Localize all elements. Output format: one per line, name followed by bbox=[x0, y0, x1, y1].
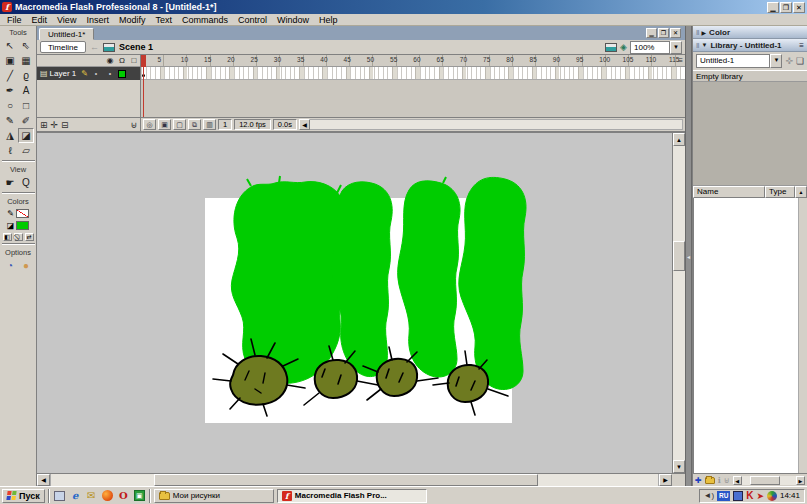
drawing-artwork[interactable] bbox=[37, 133, 673, 460]
doc-minimize-button[interactable]: ▁ bbox=[646, 28, 657, 38]
item-properties-button[interactable]: ℹ bbox=[718, 476, 721, 485]
text-tool[interactable]: A bbox=[18, 83, 34, 98]
menu-view[interactable]: View bbox=[52, 15, 81, 25]
timeline-scrollbar[interactable]: ◀ bbox=[299, 119, 683, 130]
layer-outline-color-swatch[interactable] bbox=[118, 70, 126, 78]
scroll-left-arrow[interactable]: ◀ bbox=[37, 474, 50, 486]
scroll-right-arrow[interactable]: ▶ bbox=[659, 474, 672, 486]
library-select-arrow[interactable]: ▼ bbox=[770, 54, 782, 68]
menu-modify[interactable]: Modify bbox=[114, 15, 151, 25]
eraser-tool[interactable]: ▱ bbox=[18, 143, 34, 158]
library-column-name[interactable]: Name bbox=[693, 186, 765, 198]
default-colors-button[interactable]: ◧ bbox=[3, 233, 12, 241]
menu-insert[interactable]: Insert bbox=[81, 15, 114, 25]
insert-layer-button[interactable]: ⊞ bbox=[40, 120, 48, 130]
tray-arrow-icon[interactable]: ➤ bbox=[756, 491, 764, 501]
quick-launch-mail-icon[interactable]: ✉ bbox=[85, 489, 98, 502]
frame-ruler[interactable]: 1510152025303540455055606570758085909510… bbox=[141, 55, 685, 67]
free-transform-tool[interactable]: ▣ bbox=[2, 53, 18, 68]
insert-layer-folder-button[interactable]: ⊟ bbox=[61, 120, 69, 130]
library-panel-menu-icon[interactable]: ≡ bbox=[799, 41, 804, 50]
quick-launch-internet-explorer-icon[interactable]: e bbox=[69, 489, 82, 502]
scroll-up-arrow[interactable]: ▲ bbox=[673, 133, 685, 146]
no-color-button[interactable]: ⃠ bbox=[14, 233, 23, 241]
library-scrollbar[interactable] bbox=[798, 198, 807, 473]
library-panel-header[interactable]: ‖ ▼ Library - Untitled-1 ≡ bbox=[693, 39, 807, 52]
pin-library-icon[interactable]: ✜ bbox=[785, 56, 793, 66]
subselection-tool[interactable]: ⇖ bbox=[18, 38, 34, 53]
kaspersky-icon[interactable]: K bbox=[746, 490, 753, 501]
delete-layer-button[interactable]: ⊎ bbox=[130, 120, 137, 130]
zoom-dropdown-arrow[interactable]: ▼ bbox=[670, 41, 682, 54]
zoom-value[interactable]: 100% bbox=[630, 41, 670, 54]
canvas-vertical-scrollbar[interactable]: ▲ ▼ bbox=[672, 133, 685, 473]
delete-item-button[interactable]: ⊎ bbox=[724, 476, 730, 485]
brush-tool[interactable]: ✐ bbox=[18, 113, 34, 128]
layer-name[interactable]: Layer 1 bbox=[50, 69, 77, 78]
hand-tool[interactable]: ☛ bbox=[2, 175, 18, 190]
onion-skin-outlines-button[interactable]: ▢ bbox=[173, 119, 186, 130]
lock-fill-option[interactable]: ● bbox=[18, 258, 34, 273]
new-library-window-icon[interactable]: ❏ bbox=[796, 56, 804, 66]
canvas-area[interactable]: ▲ ▼ bbox=[37, 133, 685, 473]
gradient-transform-tool[interactable]: ▦ bbox=[18, 53, 34, 68]
onion-skin-button[interactable]: ▣ bbox=[158, 119, 171, 130]
new-symbol-button[interactable]: ✚ bbox=[695, 476, 702, 485]
menu-window[interactable]: Window bbox=[272, 15, 314, 25]
outline-layers-icon[interactable]: □ bbox=[128, 56, 140, 65]
menu-edit[interactable]: Edit bbox=[27, 15, 53, 25]
stroke-color-swatch[interactable] bbox=[16, 209, 29, 218]
language-indicator[interactable]: RU bbox=[717, 491, 730, 501]
color-panel-header[interactable]: ‖ ▶ Color bbox=[693, 26, 807, 39]
quick-launch-firefox-icon[interactable] bbox=[101, 489, 114, 502]
tray-globe-icon[interactable] bbox=[767, 491, 777, 501]
edit-symbol-button[interactable]: ◈ bbox=[620, 42, 627, 52]
new-folder-button[interactable] bbox=[705, 477, 715, 484]
menu-help[interactable]: Help bbox=[314, 15, 343, 25]
start-button[interactable]: Пуск bbox=[2, 489, 45, 503]
pen-tool[interactable]: ✒ bbox=[2, 83, 18, 98]
center-frame-button[interactable]: ◎ bbox=[143, 119, 156, 130]
horizontal-scroll-thumb[interactable] bbox=[154, 474, 538, 486]
lock-layers-icon[interactable]: Ω bbox=[116, 56, 128, 65]
oval-tool[interactable]: ○ bbox=[2, 98, 18, 113]
library-document-select[interactable]: Untitled-1 ▼ bbox=[696, 54, 782, 68]
add-motion-guide-button[interactable]: ✛ bbox=[51, 120, 59, 130]
frames-row[interactable] bbox=[141, 67, 685, 80]
quick-launch-opera-icon[interactable]: O bbox=[117, 489, 130, 502]
layer-lock-dot[interactable]: • bbox=[104, 70, 116, 77]
rectangle-tool[interactable]: □ bbox=[18, 98, 34, 113]
frame-rate[interactable]: 12.0 fps bbox=[234, 119, 271, 130]
edit-scene-button[interactable] bbox=[605, 43, 617, 52]
scroll-down-arrow[interactable]: ▼ bbox=[673, 460, 685, 473]
menu-text[interactable]: Text bbox=[150, 15, 177, 25]
menu-commands[interactable]: Commands bbox=[177, 15, 233, 25]
library-sort-button[interactable]: ▲ bbox=[795, 186, 807, 198]
zoom-tool[interactable]: Q bbox=[18, 175, 34, 190]
volume-icon[interactable]: ◄) bbox=[704, 491, 715, 500]
task-button-my-pictures[interactable]: Мои рисунки bbox=[154, 489, 274, 503]
library-document-value[interactable]: Untitled-1 bbox=[696, 54, 770, 68]
library-column-type[interactable]: Type bbox=[765, 186, 795, 198]
show-hide-layers-icon[interactable]: ◉ bbox=[104, 56, 116, 65]
paint-bucket-tool[interactable]: ◪ bbox=[18, 128, 34, 143]
panel-splitter[interactable]: ◂ bbox=[685, 26, 692, 486]
library-item-list[interactable] bbox=[693, 198, 807, 473]
timeline-panel-menu-icon[interactable]: ≡ bbox=[678, 56, 683, 65]
task-button-flash[interactable]: f Macromedia Flash Pro... bbox=[277, 489, 427, 503]
fill-color-swatch[interactable] bbox=[16, 221, 29, 230]
back-arrow-icon[interactable]: ← bbox=[90, 42, 99, 52]
layer-visibility-dot[interactable]: • bbox=[90, 70, 102, 77]
menu-control[interactable]: Control bbox=[233, 15, 272, 25]
library-horizontal-scrollbar[interactable]: ◀ ▶ bbox=[733, 476, 805, 485]
restore-button[interactable]: ❐ bbox=[780, 2, 792, 13]
layer-row[interactable]: ▤ Layer 1 ✎ • • bbox=[37, 67, 140, 80]
zoom-combo[interactable]: 100% ▼ bbox=[630, 41, 682, 54]
vertical-scroll-thumb[interactable] bbox=[673, 241, 685, 271]
timeline-scroll-left-arrow[interactable]: ◀ bbox=[299, 119, 310, 130]
playhead[interactable] bbox=[141, 55, 146, 67]
eyedropper-tool[interactable]: ℓ bbox=[2, 143, 18, 158]
document-tab[interactable]: Untitled-1* bbox=[39, 28, 94, 40]
modify-onion-markers-button[interactable]: ▥ bbox=[203, 119, 216, 130]
tray-app-icon[interactable] bbox=[733, 491, 743, 501]
